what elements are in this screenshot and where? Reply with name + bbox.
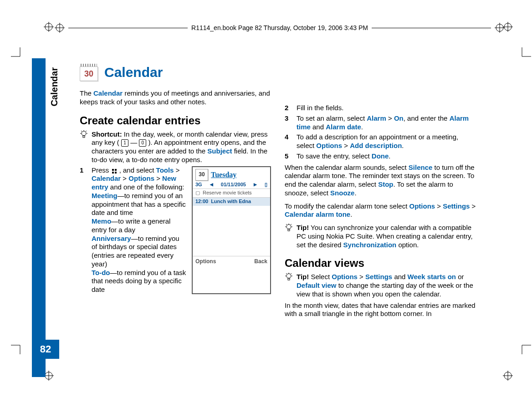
svg-point-33	[286, 224, 291, 229]
content-region: 30 Calendar The Calendar reminds you of …	[80, 64, 476, 353]
svg-point-40	[286, 274, 291, 278]
svg-line-38	[291, 224, 292, 225]
phone-screenshot: 30 Tuesday 3G ◀ 01/11/2005 ▶ ▯	[192, 166, 271, 294]
calendar-entry-row: 12:00 Lunch with Edna	[193, 197, 270, 206]
month-view-para: In the month view, dates that have calen…	[285, 301, 476, 319]
crop-mark-icon	[517, 47, 531, 61]
battery-icon: ▯	[265, 182, 267, 188]
phone-date: 01/11/2005	[221, 182, 246, 188]
registration-mark-icon	[503, 371, 513, 381]
key-1-icon: 1	[121, 139, 128, 147]
views-tip-block: Tip! Select Options > Settings and Week …	[285, 273, 476, 298]
prev-arrow-icon: ◀	[210, 182, 213, 187]
svg-line-31	[86, 131, 87, 132]
crop-mark-icon	[11, 341, 25, 354]
side-tab-label: Calendar	[49, 67, 60, 107]
menu-key-icon	[111, 168, 118, 173]
tip-bulb-icon	[80, 130, 88, 138]
svg-line-44	[286, 273, 287, 274]
svg-point-26	[82, 131, 86, 136]
calendar-entry-row: ▢ Reserve movie tickets	[193, 189, 270, 197]
intro-para: The Calendar reminds you of meetings and…	[80, 89, 271, 107]
mini-calendar-icon: 30	[195, 169, 208, 181]
registration-mark-icon	[55, 23, 65, 33]
page-header-text: R1114_en.book Page 82 Thursday, October …	[191, 24, 368, 31]
todo-entry-icon: ▢	[195, 190, 200, 196]
sync-tip-block: Tip! You can synchronize your calendar w…	[285, 224, 476, 249]
page-header: R1114_en.book Page 82 Thursday, October …	[55, 23, 505, 33]
phone-day-label: Tuesday	[211, 170, 236, 179]
section-views: Calendar views	[285, 256, 476, 270]
step-4: 4 To add a description for an appointmen…	[285, 133, 476, 150]
step-3: 3 To set an alarm, select Alarm > On, an…	[285, 114, 476, 132]
column-left: 30 Calendar The Calendar reminds you of …	[80, 64, 271, 353]
page-title: Calendar	[104, 64, 163, 81]
registration-mark-icon	[44, 22, 54, 32]
signal-label: 3G	[195, 182, 202, 188]
registration-mark-icon	[495, 23, 505, 33]
softkey-right: Back	[254, 258, 267, 265]
svg-line-37	[286, 224, 287, 225]
shortcut-block: Shortcut: In the day, week, or month cal…	[80, 130, 271, 164]
step-5: 5 To save the entry, select Done.	[285, 152, 476, 161]
alarm-para: When the calendar alarm sounds, select S…	[285, 163, 476, 198]
svg-rect-46	[288, 278, 290, 280]
calendar-icon: 30	[80, 64, 98, 81]
page-number: 82	[32, 340, 59, 359]
tip-bulb-icon	[285, 273, 293, 281]
crop-mark-icon	[11, 47, 25, 61]
svg-line-30	[81, 131, 82, 132]
modify-para: To modify the calendar alarm tone select…	[285, 202, 476, 219]
next-arrow-icon: ▶	[254, 182, 257, 187]
svg-line-45	[291, 273, 292, 274]
column-right: 2 Fill in the fields. 3 To set an alarm,…	[285, 64, 476, 353]
step-1: 1 Press , and select Tools > Calendar > …	[80, 166, 271, 294]
step-2: 2 Fill in the fields.	[285, 104, 476, 112]
section-create: Create calendar entries	[80, 114, 271, 128]
side-strip	[32, 58, 46, 377]
svg-rect-39	[288, 229, 290, 231]
softkey-left: Options	[195, 258, 216, 265]
crop-mark-icon	[517, 341, 531, 354]
key-0-icon: 0	[139, 139, 146, 147]
svg-rect-32	[83, 136, 85, 138]
tip-bulb-icon	[285, 224, 293, 232]
